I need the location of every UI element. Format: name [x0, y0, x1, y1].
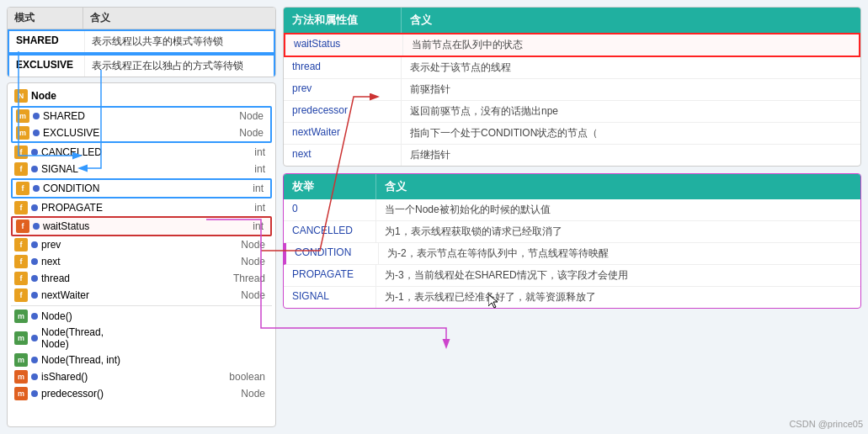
meaning-col-header: 含义 — [83, 8, 275, 29]
thread-icon: f — [14, 272, 28, 285]
prev-method-name: prev — [284, 79, 402, 100]
enum-condition-desc: 为-2，表示节点在等待队列中，节点线程等待映醒 — [379, 243, 860, 264]
next-row: f next Node — [11, 253, 272, 270]
enum-table: 枚举 含义 0 当一个Node被初始化的时候的默认值 CANCELLED 为1，… — [283, 173, 861, 309]
waitstatus-type: int — [253, 220, 267, 232]
node-class-name: Node — [31, 90, 56, 102]
thread-name: thread — [41, 273, 125, 284]
enum-propagate-row: PROPAGATE 为-3，当前线程处在SHARED情况下，该字段才会使用 — [284, 265, 860, 287]
condition-type: int — [253, 183, 267, 194]
isshared-row: m isShared() boolean — [11, 368, 272, 385]
thread-method-name: thread — [284, 57, 402, 78]
signal-name: SIGNAL — [41, 163, 125, 175]
isshared-icon: m — [14, 370, 28, 384]
node-class-panel: N Node m SHARED Node m EXCLUSIVE Node — [7, 82, 276, 427]
waitstatus-method-name: waitStatus — [285, 34, 403, 56]
mode-table: 模式 含义 SHARED 表示线程以共享的模式等待锁 EXCLUSIVE 表示线… — [7, 7, 276, 77]
mode-table-header: 模式 含义 — [8, 8, 275, 29]
enum-propagate-name: PROPAGATE — [284, 265, 376, 286]
enum-meaning-header: 含义 — [376, 174, 415, 199]
enum-0-desc: 当一个Node被初始化的时候的默认值 — [376, 199, 860, 220]
shared-icon: m — [16, 109, 29, 123]
enum-condition-row: CONDITION 为-2，表示节点在等待队列中，节点线程等待映醒 — [284, 243, 860, 265]
exclusive-field-type: Node — [239, 127, 267, 139]
condition-icon: f — [16, 182, 29, 195]
predecessor-dot — [31, 390, 38, 397]
prev-method-row: prev 前驱指针 — [284, 79, 860, 101]
nodeconstructor-row: m Node() — [11, 308, 272, 325]
main-container: 模式 含义 SHARED 表示线程以共享的模式等待锁 EXCLUSIVE 表示线… — [0, 0, 868, 434]
thread-row: f thread Thread — [11, 270, 272, 287]
propagate-name: PROPAGATE — [41, 202, 125, 214]
enum-0-row: 0 当一个Node被初始化的时候的默认值 — [284, 199, 860, 221]
shared-mode-row: SHARED 表示线程以共享的模式等待锁 — [8, 29, 275, 54]
exclusive-icon: m — [16, 126, 29, 140]
waitstatus-row: f waitStatus int — [11, 216, 272, 236]
exclusive-dot — [33, 130, 40, 136]
nextwaiter-method-desc: 指向下一个处于CONDITION状态的节点（ — [402, 123, 860, 144]
divider-1 — [11, 305, 272, 306]
enum-cancelled-name: CANCELLED — [284, 221, 376, 242]
enum-0-name: 0 — [284, 199, 376, 220]
cancelled-type: int — [254, 146, 269, 158]
methods-table: 方法和属性值 含义 waitStatus 当前节点在队列中的状态 thread … — [283, 7, 861, 167]
nodeconstructor-dot — [31, 313, 38, 320]
node-class-title: N Node — [11, 87, 272, 105]
thread-type: Thread — [233, 273, 269, 284]
method-col-header: 方法和属性值 — [284, 8, 402, 33]
prev-dot — [31, 241, 38, 248]
waitstatus-method-desc: 当前节点在队列中的状态 — [403, 34, 859, 56]
propagate-icon: f — [14, 201, 28, 214]
nodeconstructor3-row: m Node(Thread, int) — [11, 352, 272, 368]
predecessor-method-row: predecessor 返回前驱节点，没有的话抛出npe — [284, 101, 860, 123]
enum-signal-row: SIGNAL 为-1，表示线程已经准备好了，就等资源释放了 — [284, 287, 860, 308]
cancelled-icon: f — [14, 146, 28, 159]
method-meaning-header: 含义 — [402, 8, 440, 33]
nextwaiter-name: nextWaiter — [41, 289, 125, 301]
nodeconstructor3-dot — [31, 357, 38, 363]
next-icon: f — [14, 255, 28, 268]
isshared-name: isShared() — [41, 371, 125, 383]
waitstatus-method-row: waitStatus 当前节点在队列中的状态 — [284, 33, 860, 57]
nextwaiter-dot — [31, 292, 38, 299]
enum-signal-name: SIGNAL — [284, 287, 376, 308]
prev-row: f prev Node — [11, 236, 272, 253]
shared-field-name: SHARED — [43, 110, 127, 122]
propagate-type: int — [254, 202, 269, 214]
signal-icon: f — [14, 162, 28, 176]
nextwaiter-method-row: nextWaiter 指向下一个处于CONDITION状态的节点（ — [284, 123, 860, 145]
next-method-desc: 后继指针 — [402, 145, 860, 166]
condition-name: CONDITION — [43, 183, 127, 194]
predecessor-row: m predecessor() Node — [11, 385, 272, 402]
nodeconstructor3-icon: m — [14, 353, 28, 367]
prev-method-desc: 前驱指针 — [402, 79, 860, 100]
exclusive-mode-row: EXCLUSIVE 表示线程正在以独占的方式等待锁 — [8, 54, 275, 77]
cancelled-dot — [31, 149, 38, 156]
nextwaiter-row: f nextWaiter Node — [11, 287, 272, 304]
nodeconstructor2-dot — [31, 335, 38, 341]
propagate-dot — [31, 204, 38, 211]
predecessor-icon: m — [14, 387, 28, 400]
next-method-row: next 后继指针 — [284, 145, 860, 166]
cancelled-row: f CANCELLED int — [11, 144, 272, 161]
next-method-name: next — [284, 145, 402, 166]
left-panel: 模式 含义 SHARED 表示线程以共享的模式等待锁 EXCLUSIVE 表示线… — [7, 7, 276, 427]
enum-signal-desc: 为-1，表示线程已经准备好了，就等资源释放了 — [376, 287, 860, 308]
waitstatus-dot — [33, 223, 40, 230]
methods-table-header: 方法和属性值 含义 — [284, 8, 860, 33]
thread-dot — [31, 275, 38, 282]
thread-method-desc: 表示处于该节点的线程 — [402, 57, 860, 78]
nextwaiter-method-name: nextWaiter — [284, 123, 402, 144]
enum-cancelled-desc: 为1，表示线程获取锁的请求已经取消了 — [376, 221, 860, 242]
nodeconstructor3-name: Node(Thread, int) — [41, 354, 125, 366]
next-dot — [31, 258, 38, 265]
prev-type: Node — [241, 239, 269, 251]
nextwaiter-type: Node — [241, 289, 269, 301]
condition-dot — [33, 185, 40, 192]
node-class-icon: N — [14, 89, 28, 103]
exclusive-field-row: m EXCLUSIVE Node — [13, 124, 270, 141]
nodeconstructor2-row: m Node(Thread, Node) — [11, 325, 272, 352]
prev-icon: f — [14, 238, 28, 251]
condition-box: f CONDITION int — [11, 178, 272, 198]
shared-mode-desc: 表示线程以共享的模式等待锁 — [85, 31, 274, 52]
